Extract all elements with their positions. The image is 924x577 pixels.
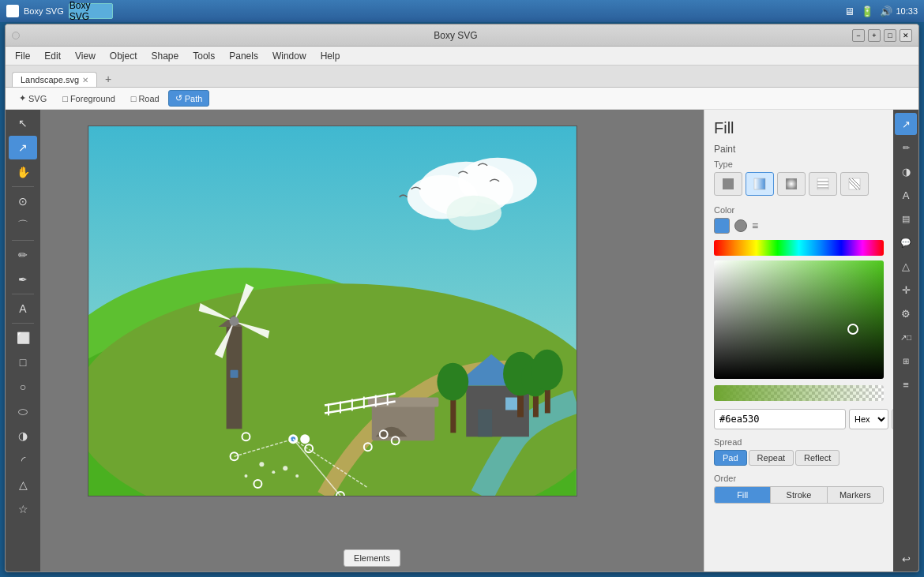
svg-rect-37	[231, 370, 239, 378]
app-icon	[6, 5, 19, 17]
win-dot	[12, 32, 20, 39]
right-icons-panel: ↗ ✏ ◑ A ▤ 💬 △ ✛ ⚙ ↗□ ⊞ ≡ ↩	[893, 110, 918, 572]
add-tab-button[interactable]: +	[100, 71, 116, 87]
right-tool-crosshair[interactable]: ✛	[895, 279, 917, 301]
color-circle-selector[interactable]	[734, 219, 747, 232]
svg-point-44	[244, 474, 247, 478]
color-picker-square[interactable]	[714, 260, 884, 379]
tool-text[interactable]: A	[9, 297, 37, 320]
taskbar: Boxy SVG Boxy SVG 🖥 🔋 🔊 10:33	[0, 0, 924, 22]
spread-pad[interactable]: Pad	[714, 450, 747, 466]
canvas-area[interactable]: Elements	[40, 110, 704, 572]
spread-reflect[interactable]: Reflect	[795, 450, 839, 466]
order-stroke[interactable]: Stroke	[771, 487, 827, 503]
road-square-icon: □	[131, 94, 137, 103]
spread-section: Spread Pad Repeat Reflect	[714, 437, 884, 466]
right-tool-undo[interactable]: ↩	[895, 548, 917, 570]
toolbar-separator-1	[12, 186, 34, 187]
tool-hand[interactable]: ✋	[9, 160, 37, 184]
tab-close-icon[interactable]: ✕	[82, 76, 88, 84]
spread-repeat[interactable]: Repeat	[749, 450, 794, 466]
color-swatch[interactable]	[714, 218, 730, 234]
svg-point-28	[531, 350, 563, 391]
paint-type-radial[interactable]	[777, 172, 806, 196]
right-tool-export[interactable]: ↗□	[895, 326, 917, 348]
toolbar-separator-4	[12, 323, 34, 324]
breadcrumb-svg[interactable]: ✦ SVG	[12, 90, 54, 107]
right-tool-text[interactable]: A	[895, 184, 917, 206]
tool-circle[interactable]: ○	[9, 375, 37, 399]
tool-node-select[interactable]: ↗	[9, 136, 37, 159]
hex-format-select[interactable]: Hex RGB HSL	[849, 409, 888, 429]
rainbow-bar[interactable]	[714, 240, 884, 256]
svg-line-58	[340, 496, 356, 496]
foreground-square-icon: □	[62, 94, 68, 103]
audio-icon: 🔊	[880, 6, 892, 17]
right-tool-gear[interactable]: ⚙	[895, 302, 917, 324]
breadcrumb-path[interactable]: ↺ Path	[168, 90, 210, 107]
menubar: File Edit View Object Shape Tools Panels…	[6, 47, 918, 66]
tool-star[interactable]: ☆	[9, 497, 37, 521]
menu-shape[interactable]: Shape	[145, 49, 186, 63]
taskbar-app-button[interactable]: Boxy SVG	[69, 3, 113, 19]
tool-person[interactable]: ⊙	[9, 189, 37, 213]
tool-triangle[interactable]: △	[9, 473, 37, 496]
breadcrumb-path-label: Path	[185, 94, 203, 103]
alpha-bar[interactable]	[714, 385, 884, 401]
window-close[interactable]: ✕	[900, 29, 912, 42]
taskbar-left: Boxy SVG Boxy SVG	[6, 3, 113, 19]
menu-edit[interactable]: Edit	[38, 49, 67, 63]
right-tool-ruler[interactable]: ▤	[895, 208, 917, 230]
tool-person2[interactable]: ⌒	[9, 214, 37, 238]
breadcrumb-foreground-label: Foreground	[70, 94, 115, 103]
elements-button[interactable]: Elements	[344, 549, 400, 567]
scene-svg[interactable]	[88, 126, 577, 496]
app-window: Boxy SVG − + □ ✕ File Edit View Object S…	[5, 24, 919, 572]
paint-type-linear[interactable]	[746, 172, 774, 196]
tool-pen[interactable]: ✏	[9, 243, 37, 267]
right-tool-layers[interactable]: ≡	[895, 373, 917, 395]
right-tool-comment[interactable]: 💬	[895, 231, 917, 253]
svg-point-41	[272, 470, 275, 474]
tool-ellipse[interactable]: ⬭	[9, 399, 37, 423]
breadcrumb-foreground[interactable]: □ Foreground	[55, 91, 122, 107]
tool-rect[interactable]: □	[9, 350, 37, 374]
order-markers[interactable]: Markers	[828, 487, 883, 503]
right-tool-warning[interactable]: △	[895, 255, 917, 277]
paint-type-pattern1[interactable]	[809, 172, 837, 196]
right-tool-library[interactable]: ⊞	[895, 350, 917, 372]
right-tool-pointer[interactable]: ↗	[895, 113, 917, 135]
tool-spiral[interactable]: ◜	[9, 448, 37, 472]
svg-rect-21	[478, 409, 492, 436]
menu-window[interactable]: Window	[266, 49, 313, 63]
menu-object[interactable]: Object	[103, 49, 144, 63]
menu-panels[interactable]: Panels	[223, 49, 265, 63]
paint-type-solid[interactable]	[714, 172, 742, 196]
paint-type-pattern2[interactable]	[840, 172, 869, 196]
main-layout: ↖ ↗ ✋ ⊙ ⌒ ✏ ✒ A ⬜ □ ○ ⬭ ◑ ◜ △ ☆	[6, 110, 918, 572]
window-minimize[interactable]: −	[852, 29, 865, 42]
tab-landscape[interactable]: Landscape.svg ✕	[12, 72, 97, 87]
svg-rect-59	[723, 178, 734, 189]
tool-pencil[interactable]: ✒	[9, 268, 37, 291]
tool-arc[interactable]: ◑	[9, 424, 37, 448]
taskbar-app-title: Boxy SVG	[24, 6, 64, 16]
tool-arrow-select[interactable]: ↖	[9, 111, 37, 135]
order-fill[interactable]: Fill	[715, 487, 771, 503]
window-titlebar: Boxy SVG − + □ ✕	[6, 24, 918, 47]
menu-help[interactable]: Help	[314, 49, 347, 63]
menu-tools[interactable]: Tools	[186, 49, 221, 63]
window-restore[interactable]: +	[868, 29, 881, 42]
right-tool-contrast[interactable]: ◑	[895, 160, 917, 182]
color-menu-icon[interactable]: ≡	[752, 219, 758, 232]
svg-point-43	[295, 474, 299, 478]
right-tool-pen[interactable]: ✏	[895, 137, 917, 159]
hex-input[interactable]	[714, 409, 846, 429]
menu-file[interactable]: File	[9, 49, 36, 63]
svg-star-icon: ✦	[19, 93, 26, 103]
color-row: ≡	[714, 218, 884, 234]
window-maximize[interactable]: □	[884, 29, 896, 42]
tool-crop[interactable]: ⬜	[9, 326, 37, 350]
breadcrumb-road[interactable]: □ Road	[124, 91, 167, 107]
menu-view[interactable]: View	[69, 49, 102, 63]
